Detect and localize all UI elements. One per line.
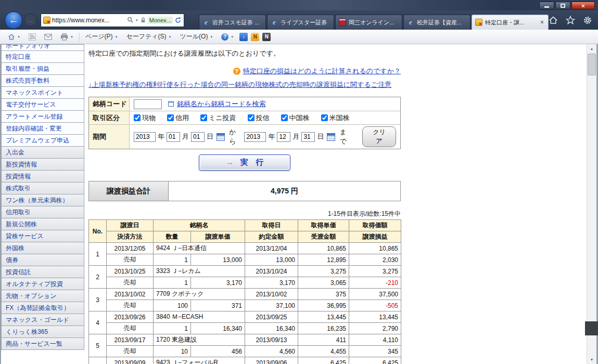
home-icon[interactable]	[549, 16, 558, 25]
sidebar-item[interactable]: 株式売買手数料	[1, 75, 84, 87]
tools-menu[interactable]: ツール(O)▼	[177, 31, 216, 43]
from-year-input[interactable]	[134, 132, 156, 142]
sidebar-item[interactable]: 債券	[1, 254, 84, 266]
minimize-button[interactable]	[539, 2, 554, 9]
calendar-icon[interactable]	[327, 133, 335, 141]
sidebar-item[interactable]: 投資信託	[1, 266, 84, 278]
from-day-input[interactable]	[191, 132, 205, 142]
trade-type-option[interactable]: ミニ投資	[200, 113, 236, 123]
browser-tab[interactable]: 岡三オンライン...	[335, 15, 402, 30]
trade-type-checkbox[interactable]	[281, 114, 288, 121]
header-transfer-pl: 譲渡損益	[349, 231, 401, 243]
sidebar-item[interactable]: プレミアムウェブ申込	[1, 135, 84, 147]
cell-acquisition-unit-price: 411	[298, 334, 349, 346]
sidebar-item[interactable]: 株式取引	[1, 183, 84, 194]
sidebar-item[interactable]: くりっく株365	[1, 326, 84, 338]
mail-button[interactable]	[42, 32, 55, 42]
sidebar-item[interactable]: オルタナティブ投資	[1, 278, 84, 290]
page-menu[interactable]: ページ(P)▼	[83, 31, 121, 43]
maximize-button[interactable]	[555, 2, 570, 9]
address-dropdown-icon[interactable]: ▼	[135, 19, 138, 22]
trade-type-checkbox[interactable]	[248, 114, 255, 121]
search-icon[interactable]	[127, 17, 134, 23]
trade-type-option[interactable]: 米国株	[321, 113, 350, 123]
close-button[interactable]: ×	[571, 2, 595, 9]
security-certificate-label[interactable]: Monex...	[148, 17, 173, 24]
forward-button[interactable]: →	[24, 14, 37, 27]
address-url[interactable]: https://www.monex...	[52, 17, 125, 24]
browser-tab[interactable]: 特定口座・譲...×	[472, 15, 549, 30]
notice-link[interactable]: ↓上場新株予約権の権利行使を行った場合の同一銘柄の現物株式の売却時の譲渡損益に関…	[88, 81, 391, 88]
stock-code-field: 銘柄名から銘柄コードを検索	[130, 97, 400, 111]
browser-tab[interactable]: e岩井コスモ証券 ...	[199, 15, 266, 30]
help-link[interactable]: 特定口座の損益はどのように計算されるのですか？	[243, 67, 401, 76]
help-menu[interactable]: ?▼	[219, 32, 236, 42]
total-label: 譲渡損益合計	[89, 181, 169, 201]
sidebar-item[interactable]: アラートメール登録	[1, 111, 84, 123]
sidebar-item[interactable]: FX（為替証拠金取引）	[1, 302, 84, 314]
scrollbar-thumb[interactable]	[588, 54, 596, 75]
result-row-top: 52013/09/171720 東急建設2013/09/134114,110	[89, 334, 401, 346]
favorites-star-icon[interactable]	[566, 16, 575, 25]
sidebar-item[interactable]: 取引履歴・損益	[1, 63, 84, 75]
clear-button[interactable]: クリア	[362, 126, 396, 147]
refresh-icon[interactable]	[174, 17, 182, 24]
vertical-scrollbar[interactable]: ▲ ▼	[587, 44, 596, 364]
sidebar-item[interactable]: 新投資情報	[1, 159, 84, 171]
address-bar[interactable]: https://www.monex... ▼ Monex...	[41, 14, 184, 27]
sidebar-item[interactable]: 入出金	[1, 147, 84, 159]
sidebar-item[interactable]: 投資情報	[1, 171, 84, 183]
scroll-down-button[interactable]: ▼	[587, 355, 596, 364]
sidebar-item[interactable]: 特定口座	[1, 51, 84, 63]
sidebar-item[interactable]: 商品・サービス一覧	[1, 338, 84, 350]
home-button[interactable]: ▼	[5, 32, 23, 42]
trade-type-checkbox[interactable]	[134, 114, 141, 121]
sidebar-item[interactable]: ワン株（単元未満株）	[1, 194, 84, 206]
sidebar-item[interactable]: マネックスポイント	[1, 87, 84, 99]
calendar-icon[interactable]	[217, 133, 225, 141]
trade-type-option[interactable]: 現物	[134, 113, 156, 123]
sidebar-item[interactable]: 電子交付サービス	[1, 99, 84, 111]
to-day-input[interactable]	[301, 132, 315, 142]
trade-type-option[interactable]: 投信	[248, 113, 270, 123]
stock-code-input[interactable]	[134, 99, 162, 109]
sidebar-item[interactable]: 外国株	[1, 242, 84, 254]
cell-settlement-method: 売却	[107, 300, 154, 311]
sidebar-item[interactable]: 貸株サービス	[1, 230, 84, 242]
browser-tab[interactable]: e松井証券【資産...	[403, 15, 470, 30]
to-month-input[interactable]	[277, 132, 290, 142]
scroll-up-button[interactable]: ▲	[587, 44, 596, 53]
trade-type-checkbox[interactable]	[321, 114, 328, 121]
to-year-input[interactable]	[244, 132, 266, 142]
cell-quantity: 1	[154, 323, 191, 334]
browser-tab[interactable]: eライブスター証券	[267, 15, 334, 30]
sidebar-item[interactable]: 信用取引	[1, 206, 84, 218]
code-search-link[interactable]: 銘柄名から銘柄コードを検索	[177, 99, 266, 109]
home-small-icon	[8, 33, 15, 41]
safety-menu[interactable]: セーフティ(S)▼	[123, 31, 174, 43]
trade-type-option[interactable]: 信用	[167, 113, 189, 123]
execute-button[interactable]: →実 行	[199, 154, 290, 171]
from-month-input[interactable]	[167, 132, 180, 142]
sidebar-item[interactable]: 新規公開株	[1, 218, 84, 230]
tab-close-button[interactable]: ×	[539, 19, 545, 26]
rss-feed-button[interactable]	[26, 32, 39, 42]
trade-type-checkbox[interactable]	[200, 114, 207, 121]
trade-type-option[interactable]: 中国株	[281, 113, 310, 123]
addon-icon-blue[interactable]: ↓	[239, 33, 248, 41]
settings-gear-icon[interactable]	[583, 16, 592, 25]
sidebar-item[interactable]: マネックス・ゴールド	[1, 314, 84, 326]
header-acquisition-unit-price: 取得単価	[298, 220, 349, 231]
sidebar-item[interactable]: 先物・オプション	[1, 290, 84, 302]
back-button[interactable]: ←	[5, 11, 22, 29]
cell-stock-name: 1720 東急建設	[154, 334, 245, 346]
sidebar-item[interactable]: 登録内容確認・変更	[1, 123, 84, 135]
trade-type-option-label: 投信	[256, 113, 270, 123]
print-button[interactable]: ▼	[58, 32, 76, 42]
addon-icon-dark-n[interactable]: N	[262, 33, 271, 41]
addon-icon-orange-n[interactable]: N	[251, 33, 259, 41]
cell-transfer-unit-price: 371	[191, 300, 245, 311]
trade-type-checkbox[interactable]	[167, 114, 174, 121]
cell-settlement-amount: 4,455	[298, 346, 349, 357]
sidebar-item[interactable]: ポートフォリオ	[1, 44, 84, 51]
